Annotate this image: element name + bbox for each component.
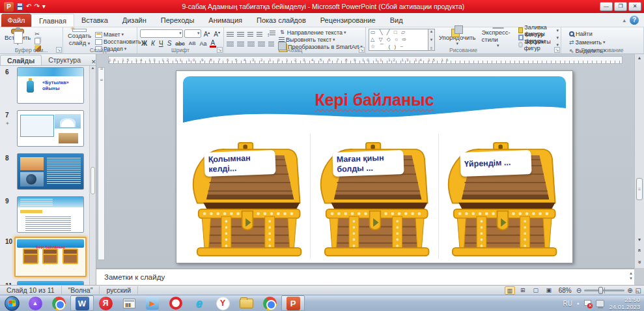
notes-pane[interactable]: Заметки к слайду ▲▼ [96,268,634,285]
arrange-button[interactable]: Упорядочить ▾ [437,29,478,46]
drawing-dialog-launcher-icon[interactable]: ↘ [554,47,560,53]
numbering-icon[interactable] [237,32,244,38]
zoom-slider-thumb[interactable] [598,287,603,294]
layout-button[interactable]: Макет▾ [95,31,141,38]
cut-button[interactable]: ✂ [35,31,41,37]
start-button[interactable] [0,295,23,311]
paste-button[interactable]: Вставить ▾ [3,29,33,46]
increase-indent-icon[interactable] [257,32,262,38]
find-button[interactable]: Найти [569,31,606,37]
window-title: 9-сабақ Адамның табиғатқа бейімделуі - M… [49,3,597,10]
save-icon[interactable] [16,3,23,10]
shape-outline-icon [518,35,524,40]
taskbar-desktop-icon[interactable] [117,295,141,311]
redo-icon[interactable]: ↷ [34,2,39,11]
taskbar-chrome-2-icon[interactable] [258,295,281,311]
help-icon[interactable]: ? [630,16,639,25]
quick-styles-button[interactable]: Экспресс-стили ▾ [480,29,516,46]
chest-3[interactable]: Үйрендім ... [438,134,566,259]
taskbar-yandex-browser-icon[interactable]: Я [94,295,117,311]
undo-icon[interactable]: ↶ [26,2,31,11]
panel-scroll-up-icon[interactable]: ▲ [90,66,96,70]
notes-scroll-icons[interactable]: ▲▼ [629,271,633,282]
panel-tab-slides[interactable]: Слайды [0,55,42,65]
minimize-button[interactable]: — [600,2,613,11]
font-dialog-launcher-icon[interactable]: ↘ [217,47,223,53]
scroll-down-icon[interactable]: ▼ [635,237,644,242]
replace-button[interactable]: ⇄Заменить▾ [569,39,606,46]
font-size-combo[interactable] [184,29,201,38]
qat-customize-icon[interactable]: ▾ [42,2,46,11]
tray-time: 21:50 [624,296,640,303]
main-scrollbar[interactable]: ▲ ▼ « « [634,54,644,268]
new-slide-icon [72,29,87,32]
clock[interactable]: 21:50 24.01.2023 [609,296,640,311]
panel-scroll-thumb[interactable] [91,167,95,194]
slide-sorter-view-button[interactable]: ⊞ [518,286,528,295]
collapse-ribbon-icon[interactable]: ▴ [623,17,626,23]
animation-indicator-icon: ✦ [5,121,10,126]
tab-view[interactable]: Вид [383,14,410,27]
tab-file[interactable]: Файл [1,14,31,27]
reading-view-button[interactable]: ▢ [531,286,541,295]
taskbar-powerpoint-icon[interactable]: P [281,295,305,311]
theme-name[interactable]: "Волна" [62,286,100,294]
taskbar-alice-icon[interactable]: ▲ [23,295,47,311]
slide-canvas[interactable]: Кері байланыс Қолымнан келді... Маған қи… [176,70,573,263]
taskbar-yandex-icon[interactable]: Y [211,295,234,311]
taskbar-media-player-icon[interactable]: ▶ [141,295,164,311]
text-direction-button[interactable]: ⇅Направление текста▾ [279,29,363,36]
grow-font-button[interactable]: А▴ [203,29,212,38]
tab-slideshow[interactable]: Показ слайдов [249,14,313,27]
mini-chest [23,252,38,264]
copy-button[interactable] [35,38,41,44]
zoom-slider[interactable] [584,289,624,291]
chest-1[interactable]: Қолымнан келді... [183,134,310,259]
paragraph-dialog-launcher-icon[interactable]: ↘ [359,47,365,53]
next-slide-button[interactable]: « [635,259,644,265]
panel-scrollbar[interactable]: ▲ [89,66,96,285]
taskbar-explorer-icon[interactable] [234,295,258,311]
tab-home[interactable]: Главная [31,14,74,27]
tray-expand-icon[interactable]: ▴ [577,301,580,306]
slide-title-banner[interactable]: Кері байланыс [183,76,566,134]
tab-design[interactable]: Дизайн [115,14,154,27]
previous-slide-button[interactable]: « [635,247,644,254]
bullets-icon[interactable] [227,32,234,38]
font-name-combo[interactable] [140,29,183,38]
taskbar-opera-icon[interactable] [164,295,188,311]
tab-transitions[interactable]: Переходы [154,14,202,27]
sphere-building-photo [20,172,44,186]
network-icon[interactable] [596,300,604,307]
slideshow-view-button[interactable]: ▣ [544,286,554,295]
taskbar-internet-explorer-icon[interactable]: e [188,295,211,311]
reset-button[interactable]: Восстановить [95,38,141,45]
taskbar-word-icon[interactable]: W [70,295,94,311]
normal-view-button[interactable]: ▥ [505,286,515,295]
align-text-button[interactable]: Выровнять текст▾ [279,37,363,43]
language-switcher[interactable]: RU [563,300,572,307]
tab-animations[interactable]: Анимация [201,14,249,27]
close-button[interactable]: ✕ [628,2,641,11]
chest-2[interactable]: Маған қиын болды ... [310,134,438,259]
tab-review[interactable]: Рецензирование [313,14,383,27]
scroll-up-icon[interactable]: ▲ [635,55,644,60]
action-center-flag-icon[interactable] [583,300,591,307]
fit-to-window-icon[interactable]: ◱ [636,287,641,294]
new-slide-button[interactable]: Создать слайд ▾ [66,29,93,46]
decrease-indent-icon[interactable] [247,32,253,38]
zoom-percentage[interactable]: 68% [557,287,574,294]
group-slides: Создать слайд ▾ Макет▾ Восстановить Разд… [63,27,137,53]
zoom-out-icon[interactable]: ⊖ [576,287,581,294]
zoom-in-icon[interactable]: ⊕ [627,287,632,294]
language-indicator[interactable]: русский [100,286,138,294]
scroll-thumb[interactable] [636,178,643,200]
panel-tab-outline[interactable]: Структура [42,55,87,65]
slides-group-label: Слайды [63,47,137,53]
taskbar-chrome-icon[interactable] [47,295,70,311]
tab-insert[interactable]: Вставка [74,14,115,27]
clipboard-dialog-launcher-icon[interactable]: ↘ [56,47,62,53]
restore-button[interactable]: ❐ [614,2,627,11]
line-spacing-icon[interactable]: ↕ [266,31,277,39]
shrink-font-button[interactable]: А▾ [212,29,221,38]
